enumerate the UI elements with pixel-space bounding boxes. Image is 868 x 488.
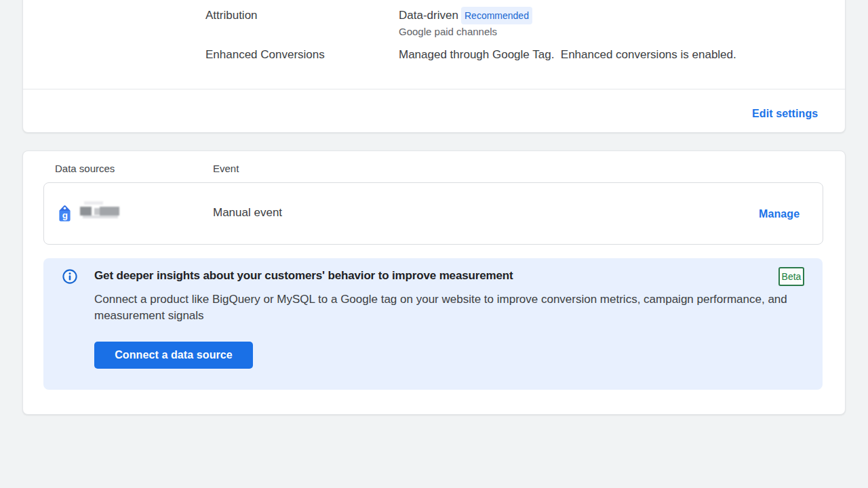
svg-text:g: g	[62, 210, 68, 220]
